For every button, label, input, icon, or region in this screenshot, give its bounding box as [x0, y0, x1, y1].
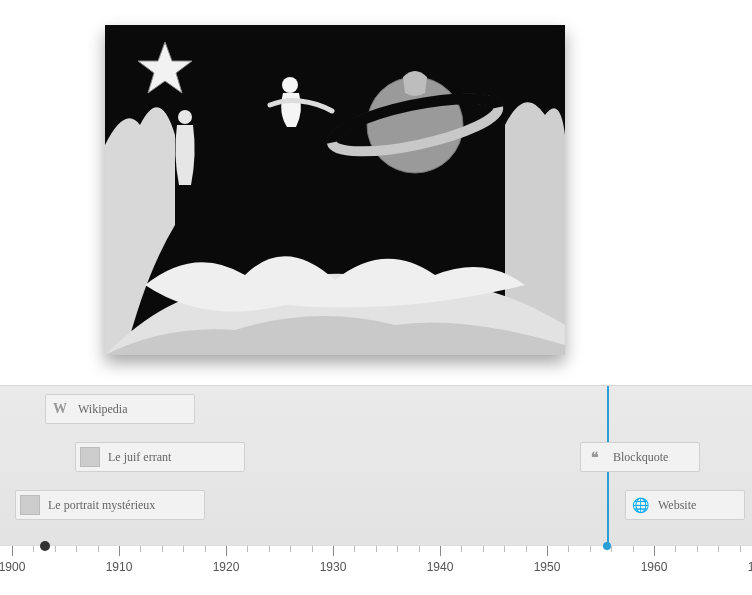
timeline-item-label: Website — [658, 498, 696, 513]
ruler-tick-major — [440, 546, 441, 556]
media-area — [0, 0, 752, 385]
ruler-label: 1960 — [641, 560, 668, 574]
ruler-tick-minor — [55, 546, 56, 552]
timeline-ruler[interactable]: 19001910192019301940195019601970 — [0, 545, 752, 595]
ruler-tick-minor — [98, 546, 99, 552]
ruler-tick-major — [333, 546, 334, 556]
ruler-tick-minor — [76, 546, 77, 552]
svg-point-3 — [282, 77, 298, 93]
ruler-tick-minor — [633, 546, 634, 552]
ruler-tick-minor — [611, 546, 612, 552]
timeline-start-marker[interactable] — [40, 541, 50, 551]
ruler-label: 1940 — [427, 560, 454, 574]
ruler-tick-minor — [354, 546, 355, 552]
ruler-label: 1970 — [748, 560, 752, 574]
timeline-item-wikipedia[interactable]: WWikipedia — [45, 394, 195, 424]
ruler-tick-minor — [183, 546, 184, 552]
ruler-tick-minor — [740, 546, 741, 552]
ruler-tick-major — [547, 546, 548, 556]
thumbnail-icon — [80, 447, 100, 467]
timeline-item-label: Le portrait mystérieux — [48, 498, 155, 513]
timeline-item-lejuif[interactable]: Le juif errant — [75, 442, 245, 472]
ruler-tick-minor — [483, 546, 484, 552]
ruler-label: 1900 — [0, 560, 25, 574]
timeline-item-label: Wikipedia — [78, 402, 128, 417]
ruler-tick-minor — [290, 546, 291, 552]
ruler-label: 1930 — [320, 560, 347, 574]
wikipedia-icon: W — [50, 399, 70, 419]
timeline-marker-dot[interactable] — [603, 542, 611, 550]
ruler-tick-minor — [675, 546, 676, 552]
ruler-tick-minor — [568, 546, 569, 552]
timeline-item-blockquote[interactable]: ❝Blockquote — [580, 442, 700, 472]
ruler-tick-minor — [697, 546, 698, 552]
ruler-tick-major — [226, 546, 227, 556]
timeline-item-label: Blockquote — [613, 450, 668, 465]
ruler-tick-major — [12, 546, 13, 556]
ruler-tick-minor — [162, 546, 163, 552]
ruler-tick-minor — [312, 546, 313, 552]
ruler-tick-minor — [397, 546, 398, 552]
svg-point-2 — [178, 110, 192, 124]
ruler-tick-major — [654, 546, 655, 556]
timeline-band[interactable]: WWikipediaLe juif errant❝BlockquoteLe po… — [0, 385, 752, 545]
ruler-label: 1920 — [213, 560, 240, 574]
ruler-label: 1910 — [106, 560, 133, 574]
ruler-tick-minor — [526, 546, 527, 552]
timeline-item-website[interactable]: 🌐Website — [625, 490, 745, 520]
ruler-tick-minor — [205, 546, 206, 552]
ruler-tick-minor — [590, 546, 591, 552]
website-icon: 🌐 — [630, 495, 650, 515]
ruler-tick-minor — [419, 546, 420, 552]
ruler-tick-minor — [247, 546, 248, 552]
ruler-tick-minor — [269, 546, 270, 552]
ruler-tick-minor — [376, 546, 377, 552]
ruler-tick-minor — [504, 546, 505, 552]
media-image — [105, 25, 565, 355]
ruler-tick-minor — [718, 546, 719, 552]
timeline-item-label: Le juif errant — [108, 450, 171, 465]
thumbnail-icon — [20, 495, 40, 515]
ruler-tick-minor — [140, 546, 141, 552]
ruler-tick-major — [119, 546, 120, 556]
timeline-item-portrait[interactable]: Le portrait mystérieux — [15, 490, 205, 520]
ruler-label: 1950 — [534, 560, 561, 574]
blockquote-icon: ❝ — [585, 447, 605, 467]
ruler-tick-minor — [461, 546, 462, 552]
ruler-tick-minor — [33, 546, 34, 552]
